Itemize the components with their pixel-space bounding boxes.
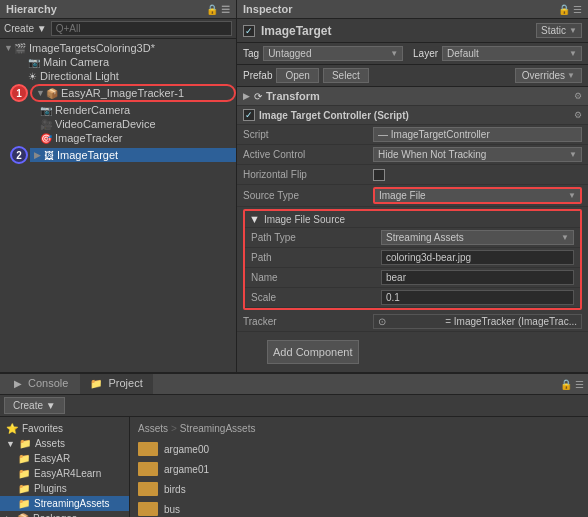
tracker-value[interactable]: ⊙ = ImageTracker (ImageTrac... [373,314,582,329]
tag-label: Tag [243,48,259,59]
file-list: argame00 argame01 birds bu [134,440,584,517]
easyar4learn-icon: 📁 [18,468,30,479]
sidebar-favorites[interactable]: ⭐ Favorites [0,421,129,436]
transform-section-header[interactable]: ▶ ⟳ Transform ⚙ [237,87,588,106]
horizontal-flip-checkbox[interactable] [373,169,385,181]
static-dropdown[interactable]: Static ▼ [536,23,582,38]
transform-menu[interactable]: ⚙ [574,91,582,101]
overrides-label: Overrides [522,70,565,81]
render-icon: 📷 [40,105,52,116]
layer-value: Default [447,48,479,59]
scene-arrow: ▼ [4,43,14,53]
directional-light-label: Directional Light [40,70,119,82]
file-argame01-label: argame01 [164,464,209,475]
file-argame00[interactable]: argame00 [134,440,584,458]
sidebar-streaming-assets[interactable]: 📁 StreamingAssets [0,496,129,511]
overrides-button[interactable]: Overrides ▼ [515,68,582,83]
file-argame00-label: argame00 [164,444,209,455]
layer-arrow: ▼ [569,49,577,58]
tree-item-video-camera[interactable]: 🎥 VideoCameraDevice [0,117,236,131]
hierarchy-icons: 🔒 ☰ [206,4,230,15]
bottom-panel-icons: 🔒 ☰ [560,379,584,390]
path-type-dropdown[interactable]: Streaming Assets ▼ [381,230,574,245]
main-camera-label: Main Camera [43,56,109,68]
tree-item-render-camera[interactable]: 📷 RenderCamera [0,103,236,117]
badge-1: 1 [10,84,28,102]
target-active-checkbox[interactable] [243,25,255,37]
sidebar-packages[interactable]: ▶ 📦 Packages [0,511,129,517]
tree-item-image-target-wrapper: 2 ▶ 🖼 ImageTarget [0,145,236,165]
script-section-header[interactable]: Image Target Controller (Script) ⚙ [237,106,588,125]
transform-icon: ⟳ [254,91,262,102]
active-control-dropdown[interactable]: Hide When Not Tracking ▼ [373,147,582,162]
tree-item-image-tracker[interactable]: 🎯 ImageTracker [0,131,236,145]
file-birds-label: birds [164,484,186,495]
breadcrumb-assets: Assets [138,423,168,434]
active-control-label: Active Control [243,149,373,160]
script-menu-icon[interactable]: ⚙ [574,110,582,120]
script-active-checkbox[interactable] [243,109,255,121]
open-button[interactable]: Open [276,68,318,83]
tab-project[interactable]: 📁 Project [80,374,152,394]
tree-item-image-target[interactable]: ▶ 🖼 ImageTarget [30,148,236,162]
tree-item-scene[interactable]: ▼ 🎬 ImageTargetsColoring3D* [0,41,236,55]
transform-arrow: ▶ [243,91,250,101]
path-type-row: Path Type Streaming Assets ▼ [245,228,580,248]
image-file-source-label: Image File Source [264,214,345,225]
hierarchy-search-input[interactable] [51,21,232,36]
path-label: Path [251,252,381,263]
sidebar-easyar[interactable]: 📁 EasyAR [0,451,129,466]
target-name-row: ImageTarget Static ▼ [237,19,588,43]
script-value[interactable]: — ImageTargetController [373,127,582,142]
path-type-label: Path Type [251,232,381,243]
project-sidebar: ⭐ Favorites ▼ 📁 Assets 📁 EasyAR 📁 EasyAR… [0,417,130,517]
favorites-icon: ⭐ [6,423,18,434]
streaming-assets-label: StreamingAssets [34,498,110,509]
inspector-label: Inspector [243,3,293,15]
plugins-icon: 📁 [18,483,30,494]
easyar4learn-label: EasyAR4Learn [34,468,101,479]
add-component-button[interactable]: Add Component [267,340,359,364]
scene-label: ImageTargetsColoring3D* [29,42,155,54]
script-label: Script [243,129,373,140]
create-button[interactable]: Create ▼ [4,397,65,414]
target-obj-name: ImageTarget [261,24,530,38]
scene-icon: 🎬 [14,43,26,54]
easyar-icon: 📦 [46,88,58,99]
tag-value: Untagged [268,48,311,59]
sidebar-assets[interactable]: ▼ 📁 Assets [0,436,129,451]
horizontal-flip-label: Horizontal Flip [243,169,373,180]
path-input[interactable] [381,250,574,265]
camera-icon: 📷 [28,57,40,68]
file-bus[interactable]: bus [134,500,584,517]
menu-icon-inspector: ☰ [573,4,582,15]
scale-row: Scale [245,288,580,308]
name-input[interactable] [381,270,574,285]
easyar-label: EasyAR_ImageTracker-1 [61,87,184,99]
assets-expand-arrow: ▼ [6,439,15,449]
console-icon: ▶ [14,378,22,389]
tab-console[interactable]: ▶ Console [4,374,78,394]
file-argame01[interactable]: argame01 [134,460,584,478]
tree-item-directional-light[interactable]: ☀ Directional Light [0,69,236,83]
layer-label: Layer [413,48,438,59]
image-target-label: ImageTarget [57,149,118,161]
sidebar-plugins[interactable]: 📁 Plugins [0,481,129,496]
sidebar-easyar4learn[interactable]: 📁 EasyAR4Learn [0,466,129,481]
inspector-header: Inspector 🔒 ☰ [237,0,588,19]
tree-item-main-camera[interactable]: 📷 Main Camera [0,55,236,69]
select-button[interactable]: Select [323,68,369,83]
tree-item-easyar-tracker[interactable]: ▼ 📦 EasyAR_ImageTracker-1 [30,84,236,102]
streaming-assets-icon: 📁 [18,498,30,509]
scale-input[interactable] [381,290,574,305]
create-label[interactable]: Create ▼ [4,23,47,34]
name-row: Name [245,268,580,288]
tag-dropdown[interactable]: Untagged ▼ [263,46,403,61]
source-type-dropdown[interactable]: Image File ▼ [373,187,582,204]
layer-dropdown[interactable]: Default ▼ [442,46,582,61]
source-expand-arrow: ▼ [249,213,260,225]
file-birds[interactable]: birds [134,480,584,498]
inspector-title: Inspector [243,3,293,15]
horizontal-flip-row: Horizontal Flip [237,165,588,185]
breadcrumb: Assets > StreamingAssets [134,421,584,436]
